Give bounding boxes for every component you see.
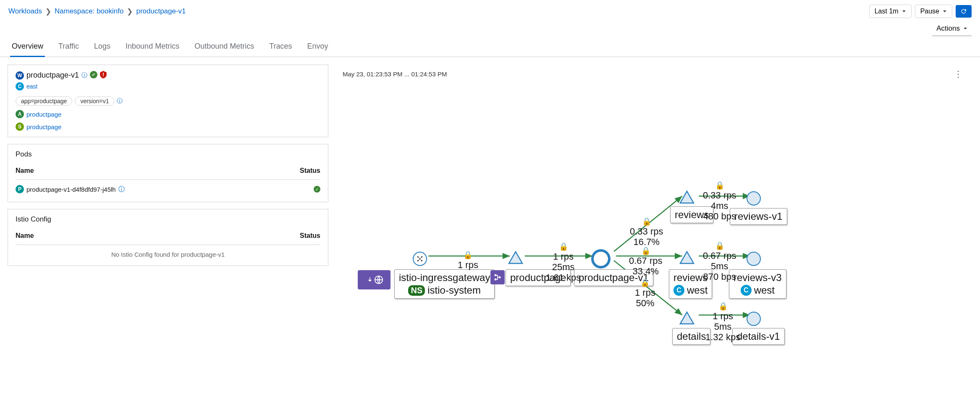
service-badge: S — [16, 122, 24, 131]
graph-kebab-menu[interactable]: ⋮ — [951, 67, 966, 81]
svg-marker-21 — [680, 191, 694, 203]
chevron-right-icon: ❯ — [45, 7, 51, 16]
chevron-down-icon — [902, 8, 906, 15]
edge-label: 🔒 0.67 rps 33.4% — [629, 247, 663, 276]
lock-icon: 🔒 — [703, 242, 736, 250]
tab-logs[interactable]: Logs — [92, 38, 112, 57]
tab-inbound-metrics[interactable]: Inbound Metrics — [124, 38, 181, 57]
col-name: Name — [16, 167, 34, 175]
workload-badge: W — [16, 71, 24, 80]
mesh-icon — [416, 255, 424, 263]
tab-outbound-metrics[interactable]: Outbound Metrics — [193, 38, 256, 57]
productpage-service-node[interactable] — [508, 251, 523, 264]
breadcrumb: Workloads ❯ Namespace: bookinfo ❯ produc… — [8, 7, 186, 16]
refresh-icon — [960, 8, 967, 15]
tab-traces[interactable]: Traces — [267, 38, 293, 57]
reviews-service-node[interactable] — [679, 190, 694, 204]
tab-bar: Overview Traffic Logs Inbound Metrics Ou… — [0, 38, 980, 57]
istio-title: Istio Config — [16, 215, 320, 224]
breadcrumb-current[interactable]: productpage-v1 — [136, 7, 186, 16]
workload-name: productpage-v1 — [26, 71, 79, 80]
reviews-v3-node[interactable] — [747, 252, 761, 266]
cluster-badge-icon: C — [741, 285, 752, 296]
svg-rect-1 — [103, 73, 104, 76]
graph-time-range: May 23, 01:23:53 PM ... 01:24:53 PM — [343, 70, 447, 78]
actions-label: Actions — [936, 24, 960, 33]
col-status: Status — [300, 167, 320, 175]
reviews-v1-label: reviews-v1 — [730, 208, 787, 225]
chevron-down-icon — [963, 24, 967, 33]
tab-traffic[interactable]: Traffic — [57, 38, 81, 57]
time-range-select[interactable]: Last 1m — [869, 5, 912, 18]
summary-card: W productpage-v1 ⓘ C east app=productpag… — [8, 65, 328, 137]
edge-label: 🔒 1 rps 50% — [635, 279, 655, 308]
cluster-badge-icon: C — [673, 285, 684, 296]
gateway-node-label: istio-ingressgateway NSistio-system — [394, 269, 495, 299]
edge-label: 🔒 0.67 rps 5ms 870 bps — [703, 242, 736, 282]
status-ok-icon — [314, 186, 320, 193]
details-service-node[interactable] — [679, 311, 694, 325]
lock-icon: 🔒 — [705, 302, 740, 311]
gateway-box-icon — [358, 270, 390, 289]
cluster-link[interactable]: east — [26, 83, 37, 90]
breadcrumb-namespace[interactable]: Namespace: bookinfo — [55, 7, 123, 16]
pods-title: Pods — [16, 150, 320, 159]
productpage-workload-node[interactable] — [591, 249, 611, 268]
tab-envoy[interactable]: Envoy — [306, 38, 330, 57]
shield-warn-icon — [100, 71, 107, 80]
col-status: Status — [300, 232, 320, 240]
chevron-right-icon: ❯ — [127, 7, 133, 16]
svg-marker-17 — [509, 252, 522, 263]
svg-marker-22 — [680, 252, 694, 263]
lock-icon: 🔒 — [630, 217, 663, 226]
pod-badge: P — [16, 185, 24, 193]
chevron-down-icon — [943, 8, 947, 15]
istio-empty-message: No Istio Config found for productpage-v1 — [16, 245, 320, 260]
actions-menu[interactable]: Actions — [932, 22, 972, 35]
reviews-west-service-node[interactable] — [679, 251, 694, 264]
service-icon-box — [490, 270, 505, 284]
lock-icon: 🔒 — [546, 242, 581, 251]
service-link[interactable]: productpage — [26, 123, 61, 130]
time-range-label: Last 1m — [875, 8, 899, 15]
pod-name-text: productpage-v1-d4f8dfd97-j45lh — [26, 186, 116, 193]
label-tag: version=v1 — [75, 96, 114, 106]
details-v1-node[interactable] — [747, 312, 761, 326]
svg-marker-23 — [680, 312, 694, 324]
edge-label: 🔒 1 rps 25ms 1.61 kps — [546, 242, 581, 283]
pod-row: P productpage-v1-d4f8dfd97-j45lh ⓘ — [16, 180, 320, 196]
lock-icon: 🔒 — [635, 279, 655, 287]
edge-label: 🔒 0.33 rps 16.7% — [630, 217, 663, 247]
edge-label: 🔒 1 rps — [458, 251, 478, 270]
tab-overview[interactable]: Overview — [10, 38, 45, 57]
lock-icon: 🔒 — [629, 247, 663, 255]
app-badge: A — [16, 110, 24, 118]
reviews-v1-node[interactable] — [747, 191, 761, 206]
info-icon[interactable]: ⓘ — [118, 185, 125, 193]
namespace-badge: NS — [408, 285, 425, 296]
pause-select[interactable]: Pause — [915, 5, 952, 18]
pods-card: Pods Name Status P productpage-v1-d4f8df… — [8, 144, 328, 202]
col-name: Name — [16, 232, 34, 240]
svg-rect-2 — [103, 76, 104, 76]
graph-canvas[interactable]: istio-ingressgateway NSistio-system prod… — [336, 81, 972, 409]
app-link[interactable]: productpage — [26, 111, 61, 118]
pause-label: Pause — [920, 8, 939, 15]
refresh-button[interactable] — [956, 5, 972, 18]
check-ok-icon — [90, 71, 97, 80]
breadcrumb-workloads[interactable]: Workloads — [8, 7, 42, 16]
lock-icon: 🔒 — [458, 251, 478, 260]
info-icon[interactable]: ⓘ — [81, 72, 87, 79]
edge-label: 🔒 1 rps 5ms 1.32 kps — [705, 302, 740, 343]
info-icon[interactable]: ⓘ — [117, 97, 123, 105]
label-tag: app=productpage — [16, 96, 72, 106]
lock-icon: 🔒 — [703, 181, 736, 190]
graph-panel: May 23, 01:23:53 PM ... 01:24:53 PM ⋮ — [336, 65, 972, 409]
edge-label: 🔒 0.33 rps 4ms 480 bps — [703, 181, 736, 222]
gateway-node[interactable] — [413, 252, 427, 266]
reviews-v3-label: reviews-v3 Cwest — [729, 269, 786, 299]
details-service-label: details — [672, 328, 710, 345]
istio-config-card: Istio Config Name Status No Istio Config… — [8, 209, 328, 266]
cluster-badge: C — [16, 82, 24, 91]
